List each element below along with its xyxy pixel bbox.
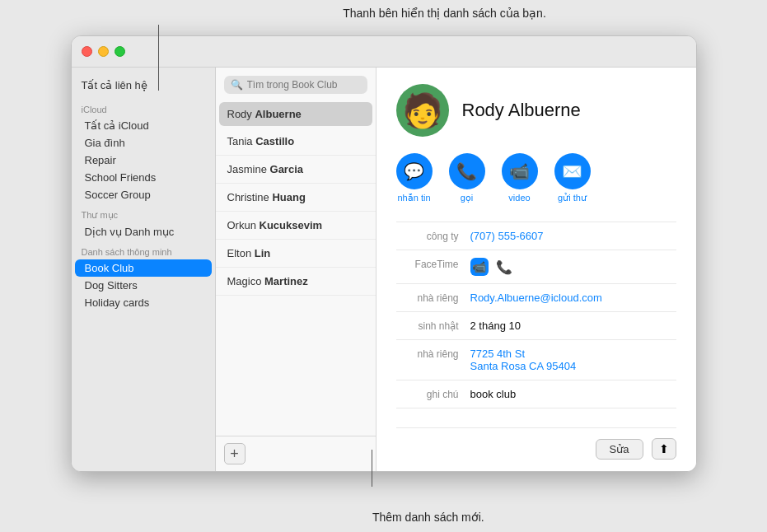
message-icon: 💬 [396, 153, 433, 189]
maximize-button[interactable] [115, 46, 125, 57]
close-button[interactable] [82, 46, 92, 57]
sidebar-item-holiday-cards[interactable]: Holiday cards [75, 294, 212, 311]
contact-item-elton[interactable]: Elton Lin [216, 240, 376, 268]
callout-line-bottom [372, 450, 372, 487]
contact-item-rody[interactable]: Rody Albuerne [219, 102, 372, 126]
contact-item-magico[interactable]: Magico Martinez [216, 268, 376, 296]
add-contact-button[interactable]: + [224, 443, 246, 464]
tooltip-top: Thanh bên hiển thị danh sách của bạn. [343, 7, 546, 20]
contact-name: Rody Albuerne [462, 100, 581, 121]
field-value-email[interactable]: Rody.Albuerne@icloud.com [470, 292, 676, 304]
title-bar [72, 36, 696, 68]
detail-panel: 🧑 Rody Albuerne 💬 nhắn tin 📞 gọi 📹 [376, 68, 696, 471]
edit-button[interactable]: Sửa [596, 439, 643, 460]
action-buttons: 💬 nhắn tin 📞 gọi 📹 video ✉️ gửi thư [396, 153, 676, 203]
minimize-button[interactable] [98, 46, 109, 57]
action-label-call: gọi [461, 193, 474, 203]
field-label-facetime: FaceTime [396, 258, 470, 270]
field-value-birthday: 2 tháng 10 [470, 320, 676, 332]
search-inner: 🔍 [224, 76, 367, 94]
field-row-facetime: FaceTime 📹 📞 [396, 250, 676, 284]
share-icon: ⬆ [659, 442, 669, 455]
sidebar-item-book-club[interactable]: Book Club [75, 259, 212, 277]
facetime-icons: 📹 📞 [470, 258, 513, 276]
field-label-address: nhà riêng [396, 348, 470, 360]
callout-line-top [158, 25, 159, 91]
window-body: Tất cả liên hệ iCloud Tất cả iCloud Gia … [72, 68, 696, 471]
field-row-email: nhà riêng Rody.Albuerne@icloud.com [396, 284, 676, 312]
call-icon: 📞 [449, 153, 485, 189]
app-window: Tất cả liên hệ iCloud Tất cả iCloud Gia … [71, 35, 697, 472]
contact-list: 🔍 Rody Albuerne Tania Castillo Jasmine G… [216, 68, 376, 471]
sidebar-section-smart-list: Danh sách thông minh [72, 240, 215, 259]
field-row-address: nhà riêng 7725 4th StSanta Rosa CA 95404 [396, 340, 676, 380]
search-box: 🔍 [216, 68, 376, 100]
sidebar-item-all-contacts[interactable]: Tất cả liên hệ [72, 76, 215, 98]
action-label-message: nhắn tin [397, 193, 430, 203]
sidebar-item-dog-sitters[interactable]: Dog Sitters [75, 277, 212, 294]
contacts-list-items: Rody Albuerne Tania Castillo Jasmine Gar… [216, 100, 376, 436]
field-row-birthday: sinh nhật 2 tháng 10 [396, 312, 676, 340]
field-row-notes: ghi chú book club [396, 380, 676, 408]
avatar: 🧑 [396, 84, 449, 137]
field-row-company: công ty (707) 555-6607 [396, 222, 676, 250]
action-label-video: video [508, 193, 530, 203]
field-value-notes: book club [470, 388, 676, 400]
sidebar-section-thu-muc: Thư mục [72, 203, 215, 223]
action-btn-call[interactable]: 📞 gọi [449, 153, 485, 203]
action-btn-mail[interactable]: ✉️ gửi thư [554, 153, 591, 203]
sidebar-item-tutti-icloud[interactable]: Tất cả iCloud [75, 117, 212, 134]
field-value-phone[interactable]: (707) 555-6607 [470, 230, 676, 242]
field-label-birthday: sinh nhật [396, 320, 470, 332]
field-label-notes: ghi chú [396, 388, 470, 400]
facetime-phone-icon[interactable]: 📞 [495, 258, 513, 276]
sidebar-item-dich-vu-danh-muc[interactable]: Dịch vụ Danh mục [75, 223, 212, 240]
search-input[interactable] [247, 79, 361, 91]
sidebar: Tất cả liên hệ iCloud Tất cả iCloud Gia … [72, 68, 216, 471]
avatar-emoji: 🧑 [402, 91, 443, 130]
outer-wrapper: Thanh bên hiển thị danh sách của bạn. Tấ… [0, 0, 767, 532]
contact-header: 🧑 Rody Albuerne [396, 84, 676, 137]
sidebar-section-icloud: iCloud [72, 98, 215, 117]
share-button[interactable]: ⬆ [652, 438, 676, 460]
action-btn-video[interactable]: 📹 video [502, 153, 538, 203]
traffic-lights [82, 46, 125, 57]
contact-list-footer: + [216, 436, 376, 471]
sidebar-item-school-friends[interactable]: School Friends [75, 169, 212, 186]
action-label-mail: gửi thư [558, 193, 587, 203]
contact-item-jasmine[interactable]: Jasmine Garcia [216, 156, 376, 184]
tooltip-bottom: Thêm danh sách mới. [372, 511, 484, 524]
facetime-video-icon[interactable]: 📹 [470, 258, 489, 276]
field-label-email: nhà riêng [396, 292, 470, 304]
sidebar-item-gia-dinh[interactable]: Gia đình [75, 134, 212, 152]
field-value-address[interactable]: 7725 4th StSanta Rosa CA 95404 [470, 348, 676, 372]
sidebar-item-repair[interactable]: Repair [75, 152, 212, 169]
action-btn-message[interactable]: 💬 nhắn tin [396, 153, 433, 203]
sidebar-item-soccer-group[interactable]: Soccer Group [75, 186, 212, 203]
detail-footer: Sửa ⬆ [396, 427, 676, 460]
contact-fields: công ty (707) 555-6607 FaceTime 📹 📞 nhà … [396, 222, 676, 421]
search-icon: 🔍 [231, 79, 243, 91]
video-icon: 📹 [502, 153, 538, 189]
contact-item-orkun[interactable]: Orkun Kucuksevim [216, 212, 376, 240]
field-label-company: công ty [396, 230, 470, 242]
contact-item-tania[interactable]: Tania Castillo [216, 128, 376, 156]
contact-item-christine[interactable]: Christine Huang [216, 184, 376, 212]
mail-icon: ✉️ [554, 153, 591, 189]
